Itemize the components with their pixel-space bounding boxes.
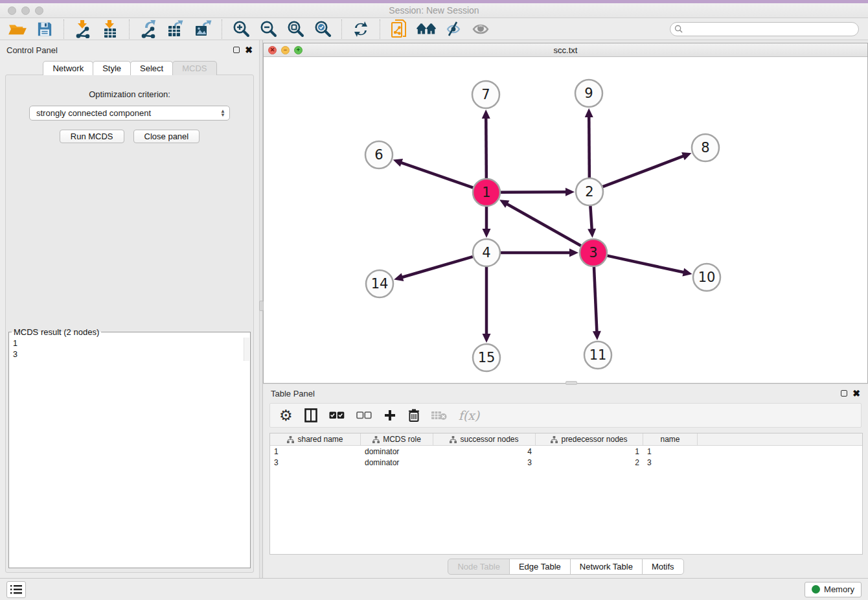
zoom-selected-icon[interactable] bbox=[312, 19, 334, 39]
eye-icon bbox=[471, 21, 490, 37]
result-scrollbar[interactable] bbox=[244, 338, 249, 361]
open-session-icon[interactable] bbox=[6, 19, 29, 39]
network-import-icon bbox=[74, 20, 91, 38]
split-columns-icon[interactable] bbox=[304, 406, 317, 425]
network-graph[interactable]: 7968124314101511 bbox=[264, 57, 867, 383]
cell-successor-nodes[interactable]: 4 bbox=[433, 447, 536, 456]
cell-mcds-role[interactable]: dominator bbox=[361, 458, 433, 467]
column-label: name bbox=[660, 435, 680, 444]
tab-network[interactable]: Network bbox=[43, 61, 93, 75]
mcds-panel-body: Optimization criterion: strongly connect… bbox=[5, 75, 254, 573]
tab-edge-table[interactable]: Edge Table bbox=[509, 559, 571, 575]
float-table-panel-icon[interactable] bbox=[841, 390, 847, 397]
float-panel-icon[interactable] bbox=[233, 47, 240, 53]
magnifier-minus-icon bbox=[259, 20, 277, 38]
deselect-all-columns-icon[interactable] bbox=[356, 406, 372, 425]
graph-node-label: 9 bbox=[584, 86, 593, 101]
cell-shared-name[interactable]: 1 bbox=[270, 447, 361, 456]
magnifier-check-icon bbox=[314, 20, 332, 38]
table-tabs: Node Table Edge Table Network Table Moti… bbox=[263, 555, 868, 578]
cell-successor-nodes[interactable]: 3 bbox=[433, 458, 536, 467]
column-header-predecessor-nodes[interactable]: predecessor nodes bbox=[536, 433, 643, 445]
optimization-criterion-select[interactable]: strongly connected component ▲▼ bbox=[29, 106, 230, 121]
node-table[interactable]: shared name MCDS role successor nodes pr… bbox=[269, 433, 863, 555]
graph-edge-arrowhead bbox=[483, 229, 491, 238]
cell-shared-name[interactable]: 3 bbox=[270, 458, 361, 467]
tab-mcds[interactable]: MCDS bbox=[172, 61, 216, 75]
export-network-icon[interactable] bbox=[137, 19, 159, 39]
graph-edge-3-11[interactable] bbox=[594, 267, 597, 332]
close-panel-button[interactable]: Close panel bbox=[133, 130, 200, 143]
graph-edge-4-14[interactable] bbox=[402, 257, 473, 277]
main-toolbar bbox=[0, 18, 868, 40]
graph-node-label: 3 bbox=[589, 245, 597, 260]
cell-name[interactable]: 1 bbox=[643, 447, 698, 456]
tab-motifs[interactable]: Motifs bbox=[642, 559, 684, 575]
table-header-row: shared name MCDS role successor nodes pr… bbox=[270, 433, 862, 446]
close-panel-icon[interactable]: ✖ bbox=[245, 47, 253, 53]
home-pages-icon[interactable] bbox=[415, 19, 437, 39]
zoom-in-icon[interactable] bbox=[230, 19, 252, 39]
search-box bbox=[670, 22, 859, 36]
show-graphics-icon[interactable] bbox=[470, 19, 492, 39]
graph-edge-2-3[interactable] bbox=[590, 206, 591, 230]
table-row[interactable]: 1 dominator 4 1 1 bbox=[270, 446, 862, 457]
graph-node-label: 8 bbox=[701, 140, 709, 156]
open-folder-icon bbox=[8, 21, 27, 37]
zoom-out-icon[interactable] bbox=[257, 19, 279, 39]
graph-edge-2-8[interactable] bbox=[603, 156, 685, 187]
import-table-icon[interactable] bbox=[99, 19, 121, 39]
hide-graphics-icon[interactable] bbox=[442, 19, 464, 39]
toolbar-separator bbox=[222, 19, 222, 39]
function-builder-icon[interactable]: f(x) bbox=[459, 406, 480, 425]
close-table-panel-icon[interactable]: ✖ bbox=[852, 390, 860, 397]
toolbar-separator bbox=[341, 19, 342, 39]
delete-column-icon[interactable] bbox=[408, 406, 420, 425]
tab-network-table[interactable]: Network Table bbox=[570, 559, 643, 575]
clone-network-icon[interactable] bbox=[388, 19, 410, 39]
network-window-titlebar[interactable]: ✕ − + scc.txt bbox=[264, 43, 867, 57]
tab-select[interactable]: Select bbox=[130, 61, 173, 75]
memory-status-dot-icon bbox=[812, 585, 820, 594]
create-column-icon[interactable] bbox=[383, 406, 396, 425]
table-export-icon bbox=[166, 20, 185, 38]
save-session-icon[interactable] bbox=[34, 19, 56, 39]
graph-edge-1-2[interactable] bbox=[501, 192, 567, 192]
cell-predecessor-nodes[interactable]: 1 bbox=[536, 447, 643, 456]
refresh-layout-icon[interactable] bbox=[350, 19, 372, 39]
tab-style[interactable]: Style bbox=[93, 61, 131, 75]
memory-button[interactable]: Memory bbox=[805, 582, 862, 597]
column-header-shared-name[interactable]: shared name bbox=[270, 433, 361, 445]
column-header-successor-nodes[interactable]: successor nodes bbox=[433, 433, 536, 445]
table-row[interactable]: 3 dominator 3 2 3 bbox=[270, 457, 862, 468]
search-input[interactable] bbox=[670, 22, 859, 36]
select-all-columns-icon[interactable] bbox=[329, 406, 345, 425]
cell-predecessor-nodes[interactable]: 2 bbox=[536, 458, 643, 467]
tab-node-table[interactable]: Node Table bbox=[448, 559, 510, 575]
task-history-button[interactable] bbox=[6, 581, 26, 598]
cell-mcds-role[interactable]: dominator bbox=[361, 447, 433, 456]
export-image-icon[interactable] bbox=[192, 19, 214, 39]
network-canvas[interactable]: 7968124314101511 bbox=[264, 57, 867, 383]
control-panel-tabs: Network Style Select MCDS bbox=[0, 61, 259, 75]
zoom-fit-icon[interactable] bbox=[284, 19, 306, 39]
table-settings-gear-icon[interactable]: ⚙ bbox=[279, 406, 293, 425]
import-network-icon[interactable] bbox=[72, 19, 94, 39]
delete-table-icon[interactable] bbox=[431, 406, 447, 425]
graph-edge-1-6[interactable] bbox=[400, 163, 473, 188]
network-view-window: ✕ − + scc.txt 7968124314101511 bbox=[263, 43, 868, 384]
status-bar: Memory bbox=[0, 578, 868, 600]
graph-edge-3-1[interactable] bbox=[506, 203, 580, 246]
run-mcds-button[interactable]: Run MCDS bbox=[60, 130, 124, 143]
graph-edge-2-9[interactable] bbox=[589, 116, 589, 178]
mcds-result-text[interactable]: 1 3 bbox=[9, 337, 250, 362]
column-header-name[interactable]: name bbox=[643, 433, 698, 445]
column-header-mcds-role[interactable]: MCDS role bbox=[361, 433, 433, 445]
table-import-icon bbox=[102, 20, 119, 38]
graph-edge-3-10[interactable] bbox=[607, 256, 684, 273]
export-table-icon[interactable] bbox=[165, 19, 187, 39]
cell-name[interactable]: 3 bbox=[643, 458, 698, 467]
splitter-grip[interactable] bbox=[259, 301, 264, 311]
graph-edge-arrowhead bbox=[585, 108, 593, 117]
graph-edge-1-7[interactable] bbox=[486, 117, 486, 178]
